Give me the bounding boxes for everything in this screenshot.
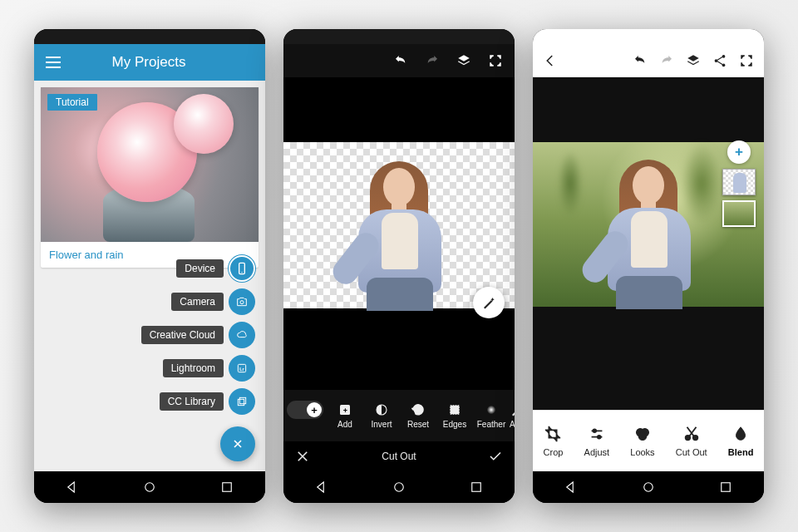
project-name: Flower and rain — [49, 249, 124, 261]
close-button[interactable] — [220, 426, 255, 461]
svg-point-2 — [240, 301, 244, 304]
svg-point-19 — [593, 430, 596, 433]
editor-topbar — [533, 44, 764, 77]
app-header: My Projects — [34, 44, 265, 81]
source-camera[interactable]: Camera — [171, 288, 255, 315]
editor-topbar — [283, 44, 515, 77]
main-tools: Crop Adjust Looks Cut Out Blend — [533, 410, 764, 471]
undo-icon[interactable] — [633, 53, 648, 68]
fullscreen-icon[interactable] — [739, 53, 754, 68]
tool-label: Add — [337, 420, 352, 429]
tool-cutout[interactable]: Cut Out — [676, 425, 707, 457]
phone-projects: My Projects Tutorial Flower and rain Dev… — [34, 29, 265, 503]
menu-icon[interactable] — [46, 57, 61, 68]
library-icon[interactable] — [229, 388, 255, 415]
back-icon[interactable] — [543, 53, 558, 68]
phone-icon[interactable] — [229, 255, 255, 282]
add-layer-button[interactable]: + — [727, 140, 751, 164]
svg-rect-5 — [238, 399, 244, 405]
source-label: Device — [176, 259, 224, 278]
tool-blend[interactable]: Blend — [728, 425, 754, 457]
tool-looks[interactable]: Looks — [630, 425, 654, 457]
source-device[interactable]: Device — [176, 255, 255, 282]
tool-edges[interactable]: Edges — [436, 402, 473, 429]
svg-point-16 — [715, 59, 718, 62]
android-navbar — [283, 471, 515, 503]
svg-point-20 — [598, 436, 601, 439]
tool-label: Looks — [630, 447, 654, 457]
nav-back-icon[interactable] — [564, 480, 579, 495]
camera-icon[interactable] — [229, 288, 255, 315]
nav-recent-icon[interactable] — [469, 480, 484, 495]
layer-panel: + — [722, 140, 756, 227]
android-navbar — [533, 471, 764, 503]
tool-reset[interactable]: Reset — [400, 402, 436, 429]
tool-invert[interactable]: Invert — [363, 402, 400, 429]
svg-rect-6 — [239, 397, 245, 403]
android-navbar — [34, 471, 265, 503]
layer-thumb-foreground[interactable] — [722, 169, 756, 195]
svg-rect-27 — [721, 483, 730, 492]
tool-label: Feather — [477, 420, 505, 429]
nav-home-icon[interactable] — [392, 480, 406, 495]
nav-home-icon[interactable] — [641, 480, 656, 495]
mode-bar: Cut Out — [283, 441, 515, 471]
fullscreen-icon[interactable] — [488, 53, 503, 68]
tool-crop[interactable]: Crop — [544, 425, 564, 457]
magic-wand-button[interactable] — [473, 287, 505, 318]
screen-body: + Crop Adjust Looks Cut Out — [533, 44, 764, 471]
svg-point-26 — [644, 483, 653, 492]
status-bar — [283, 29, 515, 44]
brush-toggle[interactable]: + — [287, 401, 323, 419]
source-label: Creative Cloud — [141, 326, 224, 344]
header-title: My Projects — [61, 54, 237, 71]
cc-icon[interactable] — [229, 322, 255, 348]
redo-icon[interactable] — [425, 53, 440, 68]
nav-recent-icon[interactable] — [718, 480, 733, 495]
tool-label: Cut Out — [676, 447, 707, 457]
tool-add[interactable]: + Add — [327, 402, 363, 429]
layers-icon[interactable] — [686, 53, 701, 68]
svg-text:Lr: Lr — [239, 367, 244, 372]
share-icon[interactable] — [712, 53, 727, 68]
nav-back-icon[interactable] — [314, 480, 329, 495]
tool-feather[interactable]: Feather — [473, 402, 510, 429]
source-creative-cloud[interactable]: Creative Cloud — [141, 322, 255, 348]
layer-thumb-background[interactable] — [722, 200, 756, 227]
projects-content: Tutorial Flower and rain Device Camera — [34, 81, 265, 471]
svg-point-7 — [145, 483, 155, 492]
confirm-icon[interactable] — [488, 449, 503, 464]
layers-icon[interactable] — [456, 53, 471, 68]
nav-home-icon[interactable] — [142, 480, 157, 495]
svg-rect-8 — [222, 483, 231, 492]
tool-label: Edges — [443, 420, 466, 429]
svg-point-14 — [395, 483, 404, 492]
screen-body: My Projects Tutorial Flower and rain Dev… — [34, 44, 265, 471]
cutout-tools: + + Add Invert Reset Edges Feather — [283, 390, 515, 441]
editor-canvas[interactable]: + — [533, 77, 764, 410]
redo-icon[interactable] — [659, 53, 674, 68]
cancel-icon[interactable] — [295, 449, 310, 464]
tool-label: Blend — [728, 447, 754, 457]
tool-adjust[interactable]: Adjust — [584, 425, 610, 457]
project-card[interactable]: Tutorial Flower and rain — [41, 87, 259, 268]
undo-icon[interactable] — [393, 53, 408, 68]
status-bar — [34, 29, 265, 44]
lightroom-icon[interactable]: Lr — [229, 355, 255, 382]
tool-label: Reset — [407, 420, 429, 429]
source-label: Lightroom — [163, 359, 224, 377]
image-area[interactable] — [283, 142, 515, 308]
svg-point-1 — [241, 272, 242, 273]
svg-point-18 — [722, 63, 726, 66]
nav-back-icon[interactable] — [65, 480, 80, 495]
tool-auto[interactable]: Aut — [510, 402, 515, 429]
source-lightroom[interactable]: Lightroom Lr — [163, 355, 255, 382]
source-menu: Device Camera Creative Cloud — [141, 255, 255, 461]
editor-canvas[interactable] — [283, 77, 515, 390]
nav-recent-icon[interactable] — [219, 480, 234, 495]
tool-label: Aut — [510, 420, 515, 429]
source-cc-library[interactable]: CC Library — [160, 388, 255, 415]
status-bar — [533, 29, 764, 44]
tool-label: Crop — [544, 447, 564, 457]
svg-point-17 — [722, 54, 726, 57]
